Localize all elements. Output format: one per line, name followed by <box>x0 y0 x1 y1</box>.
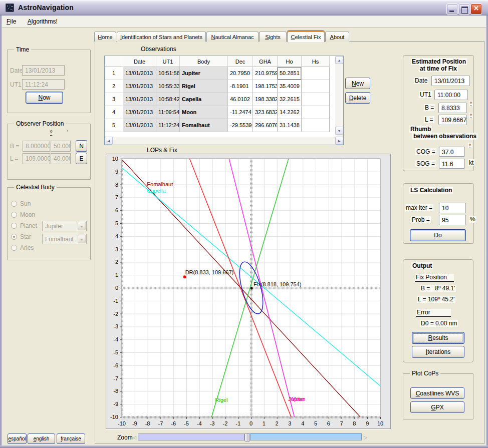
english-button[interactable]: english <box>28 433 55 444</box>
radio-planet[interactable] <box>11 223 17 229</box>
radio-sun[interactable] <box>11 201 17 207</box>
cell-ho[interactable]: 31.1438 <box>278 119 302 132</box>
ut1-field[interactable]: 11:12:24 <box>22 79 65 90</box>
cell-dec[interactable]: 46.0102 <box>228 93 253 106</box>
zoom-right-arrow-icon[interactable]: ▷ <box>364 435 367 440</box>
est-ut1-field[interactable]: 11:00:00 <box>434 90 468 100</box>
row-number[interactable]: 4 <box>105 106 123 119</box>
cell-ut1[interactable]: 11:12:24 <box>156 119 180 132</box>
tab-nautical-almanac[interactable]: Nautical Almanac <box>206 32 259 42</box>
cell-dec[interactable]: -11.2474 <box>228 106 253 119</box>
new-button[interactable]: New <box>345 78 370 89</box>
cell-gha[interactable]: 296.6076 <box>253 119 278 132</box>
spanish-button[interactable]: español <box>8 433 27 444</box>
zoom-left-arrow-icon[interactable]: ◁ <box>133 435 136 440</box>
col-header-rownum[interactable] <box>105 56 123 67</box>
l-minutes-field[interactable]: 40.0000 <box>51 153 71 164</box>
cell-hs[interactable] <box>302 80 330 93</box>
scroll-down-icon[interactable]: ▼ <box>335 127 343 135</box>
sog-field[interactable]: 11.6 <box>439 159 465 169</box>
row-number[interactable]: 5 <box>105 119 123 132</box>
cell-body[interactable]: Capella <box>180 93 228 106</box>
cell-hs[interactable] <box>302 67 330 80</box>
tab-identification[interactable]: Identification of Stars and Planets <box>117 32 206 42</box>
cell-ho[interactable]: 32.2615 <box>278 93 302 106</box>
row-number[interactable]: 1 <box>105 67 123 80</box>
cell-dec[interactable]: -29.5539 <box>228 119 253 132</box>
results-button[interactable]: Results <box>412 332 464 344</box>
scroll-left-icon[interactable]: ◀ <box>105 137 113 145</box>
col-header-UT1[interactable]: UT1 <box>156 56 180 67</box>
cell-date[interactable]: 13/01/2013 <box>123 119 156 132</box>
gpx-button[interactable]: GPX <box>410 401 464 413</box>
col-header-Date[interactable]: Date <box>123 56 156 67</box>
cell-ut1[interactable]: 11:09:54 <box>156 106 180 119</box>
b-minutes-field[interactable]: 50.0000 <box>51 141 71 152</box>
menu-algorithms[interactable]: Algorithms! <box>23 16 62 25</box>
est-date-field[interactable]: 13/01/2013 <box>431 76 470 86</box>
radio-star[interactable] <box>11 234 17 240</box>
prob-field[interactable]: 95 <box>439 215 466 225</box>
minimize-button[interactable] <box>446 4 458 15</box>
cell-gha[interactable]: 198.1753 <box>253 80 278 93</box>
planet-combo[interactable]: Jupiter <box>42 221 87 231</box>
tab-about[interactable]: About <box>325 32 349 42</box>
scroll-up-icon[interactable]: ▲ <box>335 56 343 64</box>
col-header-GHA[interactable]: GHA <box>253 56 278 67</box>
cell-date[interactable]: 13/01/2013 <box>123 106 156 119</box>
coastlines-wvs-button[interactable]: Coastlines WVS <box>410 387 464 399</box>
col-header-Ho[interactable]: Ho <box>278 56 302 67</box>
delete-button[interactable]: Delete <box>345 92 370 104</box>
date-field[interactable]: 13/01/2013 <box>22 65 65 76</box>
zoom-track-right[interactable] <box>250 433 362 440</box>
observations-vscrollbar[interactable]: ▲ ▼ <box>335 56 343 137</box>
row-number[interactable]: 3 <box>105 93 123 106</box>
observations-hscrollbar[interactable]: ◀ ▶ <box>105 137 343 145</box>
b-degrees-field[interactable]: 8.000000 <box>23 141 50 152</box>
close-button[interactable] <box>470 4 482 15</box>
scroll-right-icon[interactable]: ▶ <box>335 137 343 145</box>
est-l-field[interactable]: 109.6667 <box>438 115 467 125</box>
now-button[interactable]: Now <box>26 92 63 104</box>
l-degrees-field[interactable]: 109.0000 <box>23 153 50 164</box>
iterations-button[interactable]: Iterations <box>412 346 464 358</box>
menu-file[interactable]: File <box>2 16 21 25</box>
tab-home[interactable]: Home <box>94 32 116 42</box>
tab-celestial-fix[interactable]: Celestial Fix <box>287 30 325 42</box>
col-header-Hs[interactable]: Hs <box>302 56 330 67</box>
cell-body[interactable]: Moon <box>180 106 228 119</box>
cell-dec[interactable]: 20.7950 <box>228 67 253 80</box>
star-combo[interactable]: Fomalhaut <box>42 234 87 244</box>
do-button[interactable]: Do <box>410 229 466 241</box>
cell-gha[interactable]: 198.3382 <box>253 93 278 106</box>
cell-date[interactable]: 13/01/2013 <box>123 80 156 93</box>
radio-aries[interactable] <box>11 245 17 251</box>
col-header-Dec[interactable]: Dec <box>228 56 253 67</box>
north-button[interactable]: N <box>76 140 87 152</box>
zoom-track-left[interactable] <box>138 433 245 440</box>
cell-ut1[interactable]: 10:58:42 <box>156 93 180 106</box>
cell-ut1[interactable]: 10:51:58 <box>156 67 180 80</box>
cell-dec[interactable]: -8.1901 <box>228 80 253 93</box>
cell-date[interactable]: 13/01/2013 <box>123 67 156 80</box>
cell-ho[interactable]: 50.2851 <box>278 67 302 80</box>
col-header-Body[interactable]: Body <box>180 56 228 67</box>
cell-hs[interactable] <box>302 93 330 106</box>
cell-body[interactable]: Jupiter <box>180 67 228 80</box>
maxiter-field[interactable]: 10 <box>439 203 466 213</box>
cell-hs[interactable] <box>302 106 330 119</box>
zoom-slider-thumb[interactable] <box>245 433 250 441</box>
cell-gha[interactable]: 210.9759 <box>253 67 278 80</box>
french-button[interactable]: française <box>57 433 85 444</box>
cell-body[interactable]: Fomalhaut <box>180 119 228 132</box>
east-button[interactable]: E <box>76 153 87 164</box>
radio-moon[interactable] <box>11 212 17 218</box>
est-b-field[interactable]: 8.8333 <box>438 103 467 113</box>
row-number[interactable]: 2 <box>105 80 123 93</box>
cell-body[interactable]: Rigel <box>180 80 228 93</box>
maximize-button[interactable] <box>458 4 470 15</box>
cell-ho[interactable]: 35.4009 <box>278 80 302 93</box>
cell-ut1[interactable]: 10:55:33 <box>156 80 180 93</box>
tab-sights[interactable]: Sights <box>259 32 287 42</box>
cell-gha[interactable]: 323.6832 <box>253 106 278 119</box>
